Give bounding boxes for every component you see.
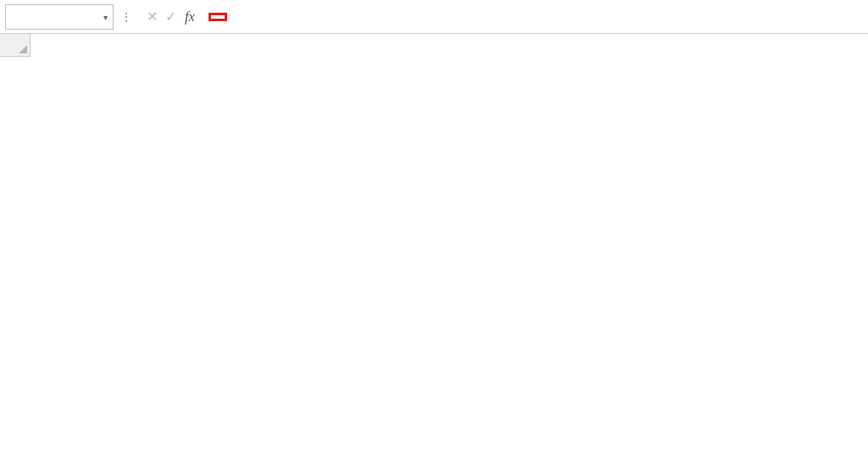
fx-icon[interactable]: fx: [181, 9, 198, 25]
chevron-down-icon[interactable]: ▾: [103, 12, 108, 21]
formula-bar: ▾ ⋮ ✕ ✓ fx: [0, 0, 868, 34]
column-headers: [31, 34, 868, 57]
formula-controls: ✕ ✓ fx: [139, 8, 203, 25]
cancel-icon[interactable]: ✕: [144, 8, 159, 25]
spreadsheet-grid: [0, 34, 868, 456]
enter-icon[interactable]: ✓: [163, 8, 178, 25]
drag-handle-icon[interactable]: ⋮: [119, 10, 134, 24]
formula-text: [209, 13, 227, 21]
formula-input[interactable]: [209, 4, 863, 30]
select-all-corner[interactable]: [0, 34, 31, 57]
name-box[interactable]: ▾: [5, 4, 114, 30]
